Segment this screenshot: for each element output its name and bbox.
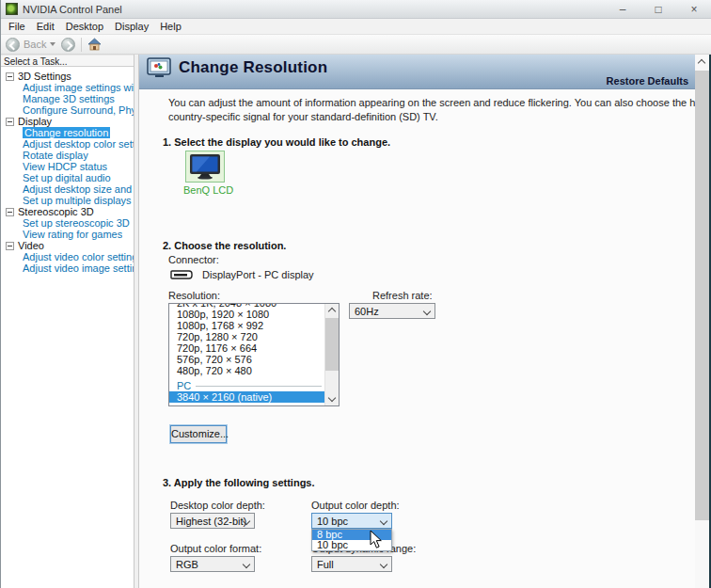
toolbar: Back: [1, 35, 711, 55]
select-task-header: Select a Task...: [1, 55, 134, 67]
display-selection-frame[interactable]: [185, 151, 225, 183]
section2-heading: 2. Choose the resolution.: [163, 240, 286, 251]
resolution-item[interactable]: 720p, 1280 × 720: [169, 331, 324, 342]
resolution-item-selected[interactable]: 3840 × 2160 (native): [169, 391, 324, 403]
home-icon[interactable]: [87, 38, 102, 51]
toolbar-divider: [81, 38, 82, 52]
output-color-format-label: Output color format:: [170, 543, 261, 554]
displayport-icon: [170, 270, 193, 279]
sidebar-item-adjust-video-color[interactable]: Adjust video color settings: [23, 251, 134, 262]
collapse-icon[interactable]: [6, 72, 14, 81]
output-dynamic-range-select[interactable]: Full: [311, 556, 392, 572]
scrollbar-thumb[interactable]: [695, 71, 709, 520]
output-color-depth-value: 10 bpc: [317, 516, 348, 527]
intro-line-2: country-specific signal for your standar…: [168, 110, 695, 124]
sidebar-item-video[interactable]: Video: [4, 240, 134, 251]
minimize-button[interactable]: –: [605, 0, 640, 18]
menu-desktop[interactable]: Desktop: [60, 20, 109, 33]
mouse-cursor-icon: [370, 530, 383, 549]
sidebar-item-view-rating-for-games[interactable]: View rating for games: [23, 229, 134, 240]
sidebar-item-adjust-desktop-color[interactable]: Adjust desktop color settings: [23, 138, 134, 150]
scroll-up-icon[interactable]: [328, 308, 336, 315]
chevron-down-icon: [380, 517, 387, 525]
sidebar-item-label: Video: [18, 240, 44, 251]
forward-icon[interactable]: [61, 38, 75, 52]
sidebar-item-adjust-image-settings[interactable]: Adjust image settings with preview: [23, 82, 134, 93]
resolution-item[interactable]: 576p, 720 × 576: [169, 354, 324, 365]
sidebar-item-stereoscopic-3d[interactable]: Stereoscopic 3D: [4, 206, 134, 217]
sidebar-item-manage-3d-settings[interactable]: Manage 3D settings: [23, 93, 134, 104]
section1-heading: 1. Select the display you would like to …: [163, 136, 390, 148]
sidebar-item-label: 3D Settings: [18, 71, 71, 82]
group-divider: [196, 386, 322, 387]
sidebar-item-label: View HDCP status: [23, 161, 107, 172]
nvidia-control-panel-window: NVIDIA Control Panel – □ × File Edit Des…: [0, 0, 711, 588]
sidebar: Select a Task... 3D Settings Adjust imag…: [1, 55, 134, 588]
sidebar-item-label: Configure Surround, PhysX: [23, 104, 134, 116]
close-button[interactable]: ×: [676, 0, 711, 18]
sidebar-item-rotate-display[interactable]: Rotate display: [23, 150, 134, 161]
desktop-color-depth-select[interactable]: Highest (32-bit): [170, 513, 255, 529]
display-selector[interactable]: BenQ LCD: [183, 151, 227, 196]
monitor-icon: [189, 153, 221, 180]
resolution-listbox[interactable]: 2K x 1K, 2048 × 1080 1080p, 1920 × 1080 …: [168, 303, 340, 406]
resolution-item[interactable]: 720p, 1176 × 664: [169, 342, 324, 354]
output-color-format-value: RGB: [176, 559, 198, 570]
sidebar-item-change-resolution[interactable]: Change resolution: [23, 127, 134, 138]
resolution-group-pc: PC: [169, 380, 324, 391]
connector-label: Connector:: [168, 254, 219, 265]
output-dynamic-range-value: Full: [317, 559, 334, 570]
sidebar-item-set-up-multiple-displays[interactable]: Set up multiple displays: [23, 195, 134, 206]
restore-defaults-link[interactable]: Restore Defaults: [607, 75, 688, 87]
sidebar-item-display[interactable]: Display: [4, 116, 134, 127]
content-scrollbar[interactable]: [695, 55, 709, 588]
sidebar-item-label: Set up multiple displays: [23, 195, 132, 206]
sidebar-item-adjust-desktop-size[interactable]: Adjust desktop size and position: [23, 183, 134, 195]
sidebar-item-view-hdcp-status[interactable]: View HDCP status: [23, 161, 134, 172]
refresh-rate-value: 60Hz: [355, 306, 379, 317]
sidebar-item-label: Adjust image settings with preview: [23, 82, 134, 93]
output-color-depth-label: Output color depth:: [311, 500, 400, 511]
output-color-format-select[interactable]: RGB: [170, 556, 255, 572]
customize-button[interactable]: Customize...: [170, 425, 227, 443]
intro-line-1: You can adjust the amount of information…: [168, 96, 695, 110]
sidebar-item-3d-settings[interactable]: 3D Settings: [4, 71, 134, 82]
resolution-item[interactable]: 1080p, 1920 × 1080: [169, 309, 324, 320]
refresh-rate-select[interactable]: 60Hz: [349, 303, 435, 319]
sidebar-item-set-up-stereoscopic-3d[interactable]: Set up stereoscopic 3D: [23, 217, 134, 229]
resolution-item[interactable]: 480p, 720 × 480: [169, 365, 324, 376]
page-header: Change Resolution Restore Defaults: [139, 55, 695, 89]
window-title: NVIDIA Control Panel: [23, 4, 122, 15]
menu-edit[interactable]: Edit: [31, 20, 60, 33]
desktop-color-depth-label: Desktop color depth:: [170, 500, 265, 511]
back-dropdown-icon[interactable]: [50, 42, 55, 46]
output-color-depth-select[interactable]: 10 bpc: [311, 513, 392, 529]
collapse-icon[interactable]: [6, 242, 14, 250]
menu-file[interactable]: File: [3, 20, 31, 33]
scrollbar-thumb[interactable]: [325, 318, 340, 371]
resolution-item[interactable]: 1080p, 1768 × 992: [169, 320, 324, 331]
sidebar-item-label: Manage 3D settings: [23, 93, 115, 104]
sidebar-item-configure-surround-physx[interactable]: Configure Surround, PhysX: [23, 104, 134, 116]
back-button-label[interactable]: Back: [24, 39, 46, 50]
connector-value: DisplayPort - PC display: [202, 269, 314, 280]
sidebar-item-label: Change resolution: [23, 127, 110, 138]
scroll-down-icon[interactable]: [328, 394, 336, 402]
back-icon[interactable]: [6, 38, 20, 52]
sidebar-item-set-up-digital-audio[interactable]: Set up digital audio: [23, 172, 134, 183]
menu-bar: File Edit Desktop Display Help: [1, 19, 711, 35]
chevron-down-icon: [423, 308, 431, 315]
chevron-down-icon: [243, 561, 250, 568]
section3-heading: 3. Apply the following settings.: [163, 477, 315, 488]
collapse-icon[interactable]: [6, 208, 14, 216]
menu-help[interactable]: Help: [154, 20, 187, 33]
sidebar-item-label: Stereoscopic 3D: [18, 206, 94, 217]
listbox-scrollbar[interactable]: [324, 304, 339, 405]
sidebar-item-adjust-video-image[interactable]: Adjust video image settings: [23, 262, 134, 274]
menu-display[interactable]: Display: [109, 20, 154, 33]
refresh-rate-label: Refresh rate:: [372, 290, 433, 301]
collapse-icon[interactable]: [6, 118, 14, 126]
title-bar: NVIDIA Control Panel – □ ×: [1, 0, 711, 19]
scroll-up-icon[interactable]: [698, 59, 705, 67]
maximize-button[interactable]: □: [640, 0, 676, 18]
